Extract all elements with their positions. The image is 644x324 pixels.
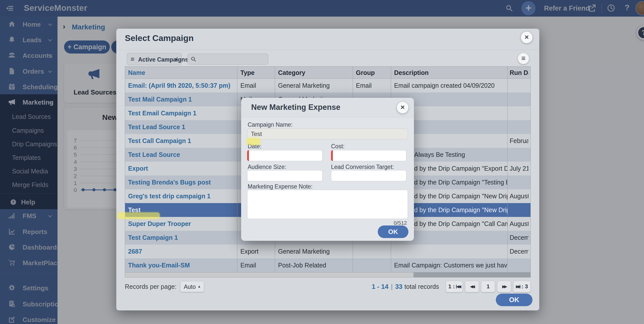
- new-marketing-expense-dialog: New Marketing Expense × Campaign Name: T…: [241, 98, 414, 241]
- close-icon[interactable]: ×: [397, 102, 408, 113]
- table-footer: Records per page: Auto ▲ 1 - 14 | 33 tot…: [125, 280, 531, 293]
- cost-field[interactable]: [331, 150, 406, 161]
- modal-title: Select Campaign: [125, 33, 194, 43]
- first-page-button[interactable]: 1 : |◀◀: [446, 281, 463, 292]
- campaign-link[interactable]: Test Campaign 1: [125, 231, 237, 245]
- column-header-type[interactable]: Type: [237, 67, 275, 78]
- campaign-link[interactable]: Test Lead Source 1: [125, 120, 237, 134]
- cost-label: Cost:: [331, 143, 345, 150]
- expense-note-label: Marketing Expense Note:: [248, 183, 312, 190]
- last-page-button[interactable]: ▶▶| : 3: [513, 281, 531, 292]
- close-icon[interactable]: ×: [521, 32, 532, 43]
- column-header-run-date[interactable]: Run Da: [507, 67, 528, 78]
- audience-size-field[interactable]: [247, 170, 323, 181]
- table-row[interactable]: Thank you-Email-SM Email Post-Job Relate…: [125, 258, 530, 272]
- expense-ok-button[interactable]: OK: [378, 225, 408, 238]
- select-campaign-ok-button[interactable]: OK: [496, 294, 532, 306]
- character-counter: 0/512: [394, 220, 407, 226]
- campaign-name-field: Test: [247, 128, 408, 140]
- campaign-name-label: Campaign Name:: [248, 121, 293, 128]
- records-per-page-dropdown[interactable]: Auto ▲: [180, 281, 204, 292]
- campaign-filter-dropdown[interactable]: ≡ Active Campaigns ▼: [127, 53, 182, 65]
- lead-conversion-target-field[interactable]: [331, 170, 406, 181]
- table-menu-button[interactable]: ≡: [518, 53, 529, 64]
- table-header-row: Name Type Category Group Description Run…: [125, 67, 530, 79]
- lead-conversion-target-label: Lead Conversion Target:: [331, 164, 394, 170]
- campaign-link[interactable]: Testing Brenda's Bugs post: [125, 175, 237, 189]
- search-icon: [190, 56, 197, 62]
- audience-size-label: Audience Size:: [248, 164, 286, 170]
- highlight-annotation-row: [118, 212, 160, 219]
- next-icon: ▶▶: [502, 284, 506, 289]
- campaign-link[interactable]: Export: [125, 162, 237, 175]
- modal-divider: [116, 50, 539, 50]
- campaign-link[interactable]: Email: (April 9th 2020, 5:50:37 pm): [125, 79, 237, 92]
- record-range: 1 - 14: [372, 283, 389, 291]
- highlight-annotation-input: [247, 138, 260, 145]
- current-page-button[interactable]: 1: [481, 281, 495, 292]
- date-field[interactable]: [247, 150, 323, 161]
- menu-icon: ≡: [521, 54, 525, 62]
- scrollbar-thumb[interactable]: [125, 272, 413, 277]
- campaign-link[interactable]: Test Lead Source: [125, 148, 237, 162]
- campaign-link[interactable]: Thank you-Email-SM: [125, 258, 237, 272]
- column-header-name[interactable]: Name: [125, 67, 237, 78]
- column-header-description[interactable]: Description: [391, 67, 507, 78]
- expense-note-field[interactable]: [247, 190, 408, 219]
- campaign-link[interactable]: Super Duper Trooper: [125, 217, 237, 231]
- campaign-link[interactable]: Greg's test drip campaign 1: [125, 189, 237, 203]
- dialog-title: New Marketing Expense: [251, 103, 340, 112]
- campaign-link[interactable]: 2687: [125, 245, 237, 258]
- caret-down-icon: ▼: [175, 57, 178, 61]
- screen: ServiceMonster + Refer a Friend ? Home L…: [0, 0, 644, 324]
- column-header-group[interactable]: Group: [353, 67, 391, 78]
- caret-up-icon: ▲: [198, 285, 201, 288]
- table-row[interactable]: 2687 Export General Marketing Decem: [125, 245, 530, 258]
- total-records-count: 33: [395, 283, 402, 291]
- campaign-link[interactable]: Test Mail Campaign 1: [125, 92, 237, 106]
- campaign-search-input[interactable]: [187, 54, 268, 65]
- records-per-page-label: Records per page:: [125, 283, 177, 290]
- campaign-link[interactable]: Test Email Campaign 1: [125, 106, 237, 120]
- prev-icon: ◀◀: [470, 284, 474, 289]
- list-icon: ≡: [131, 55, 134, 63]
- table-row[interactable]: Email: (April 9th 2020, 5:50:37 pm) Emai…: [125, 79, 530, 92]
- horizontal-scrollbar[interactable]: [125, 272, 530, 277]
- next-page-button[interactable]: ▶▶: [497, 281, 511, 292]
- previous-page-button[interactable]: ◀◀: [465, 281, 479, 292]
- campaign-link[interactable]: Test Call Campaign 1: [125, 134, 237, 148]
- column-header-category[interactable]: Category: [275, 67, 353, 78]
